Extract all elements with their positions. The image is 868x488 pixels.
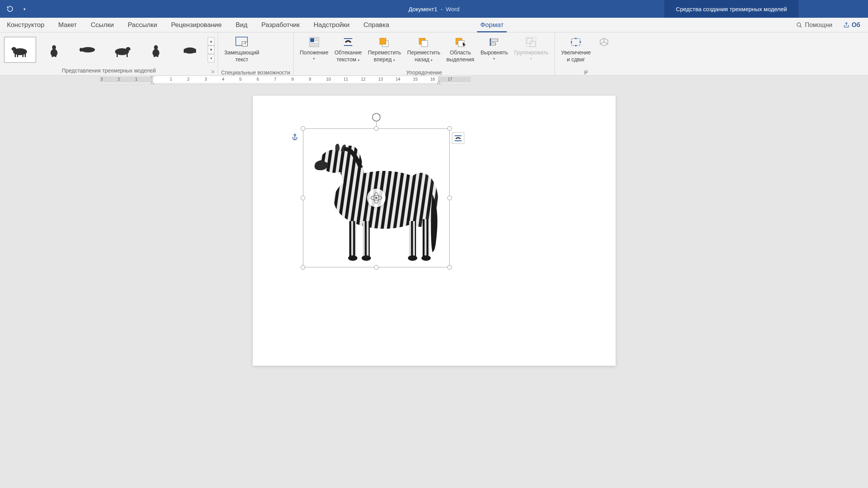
svg-rect-3 xyxy=(17,54,18,57)
view-thumb-1[interactable] xyxy=(4,37,36,63)
svg-point-12 xyxy=(81,47,95,52)
indent-marker-bottom[interactable]: △ xyxy=(151,79,154,84)
anchor-icon[interactable] xyxy=(291,133,298,140)
group-label-accessibility: Специальные возможности xyxy=(218,69,293,76)
svg-rect-26 xyxy=(242,42,247,46)
gallery-more-button[interactable]: ▾ xyxy=(208,54,215,62)
rotate-handle[interactable] xyxy=(371,112,381,122)
svg-point-71 xyxy=(375,197,377,199)
svg-rect-47 xyxy=(526,37,536,47)
view-thumb-4[interactable] xyxy=(106,37,138,63)
app-name: Word xyxy=(446,6,460,12)
svg-rect-10 xyxy=(52,55,53,57)
ruler-tick: 10 xyxy=(326,77,331,81)
tab-layout[interactable]: Макет xyxy=(51,18,84,32)
ruler-tick: 5 xyxy=(239,77,242,81)
ruler-tick: 15 xyxy=(413,77,418,81)
gallery-up-button[interactable]: ▲ xyxy=(208,37,215,46)
svg-rect-43 xyxy=(491,39,498,41)
svg-rect-5 xyxy=(25,54,26,57)
tab-designer[interactable]: Конструктор xyxy=(0,18,51,32)
svg-rect-64 xyxy=(423,219,430,258)
pan-zoom-icon xyxy=(569,36,583,48)
svg-point-13 xyxy=(80,48,83,52)
svg-point-8 xyxy=(51,49,58,57)
ruler-tick: 11 xyxy=(343,77,348,81)
view-thumb-5[interactable] xyxy=(140,37,172,63)
share-button[interactable]: Об xyxy=(839,22,864,29)
svg-rect-39 xyxy=(421,41,428,47)
qat-customize-icon[interactable]: ▾ xyxy=(20,5,29,13)
svg-rect-7 xyxy=(12,48,14,49)
tab-view[interactable]: Вид xyxy=(229,18,255,32)
reset-3d-button[interactable] xyxy=(594,34,614,67)
resize-handle-tl[interactable] xyxy=(301,126,305,131)
ruler-tick: 2 xyxy=(118,77,120,81)
tab-help[interactable]: Справка xyxy=(357,18,396,32)
svg-rect-11 xyxy=(55,55,56,57)
3d-object-selection[interactable] xyxy=(303,128,450,267)
group-launcher-3d-views[interactable]: ⇲ xyxy=(211,69,216,74)
view-thumb-3[interactable] xyxy=(72,37,104,63)
group-label-arrange: Упорядочение xyxy=(294,69,555,76)
send-backward-button[interactable]: Переместить назад ▾ xyxy=(404,34,443,67)
bring-forward-icon xyxy=(377,36,391,48)
position-button[interactable]: Положение ▾ xyxy=(297,34,332,67)
svg-point-19 xyxy=(154,45,158,50)
gallery-spinner: ▲ ▼ ▾ xyxy=(208,37,215,62)
resize-handle-tr[interactable] xyxy=(447,126,452,131)
resize-handle-bl[interactable] xyxy=(301,265,305,270)
view-thumb-2[interactable] xyxy=(38,37,70,63)
svg-point-65 xyxy=(348,255,357,261)
wrap-text-button[interactable]: Обтекание текстом ▾ xyxy=(332,34,365,67)
svg-rect-23 xyxy=(184,49,185,53)
ruler-tick: 1 xyxy=(170,77,172,81)
3d-views-gallery[interactable]: ▲ ▼ ▾ xyxy=(3,37,215,63)
svg-point-68 xyxy=(421,255,431,261)
tab-format[interactable]: Формат xyxy=(473,18,510,32)
tab-developer[interactable]: Разработчик xyxy=(254,18,306,32)
group-icon xyxy=(525,36,538,48)
3d-rotate-handle[interactable] xyxy=(367,189,386,207)
reset-3d-icon xyxy=(597,36,611,48)
document-area[interactable] xyxy=(0,84,868,488)
refresh-icon[interactable] xyxy=(6,5,14,13)
svg-point-18 xyxy=(152,49,159,57)
ribbon-tabs: Конструктор Макет Ссылки Рассылки Реценз… xyxy=(0,18,868,32)
ruler-tick: 2 xyxy=(187,77,190,81)
group-arrange: Положение ▾ Обтекание текстом ▾ Переме xyxy=(294,32,555,75)
resize-handle-mr[interactable] xyxy=(447,196,452,200)
svg-point-67 xyxy=(408,255,417,261)
resize-handle-tc[interactable] xyxy=(374,126,379,131)
layout-options-button[interactable] xyxy=(452,132,464,144)
document-page[interactable] xyxy=(253,96,616,366)
svg-point-53 xyxy=(372,113,380,121)
selection-pane-button[interactable]: Область выделения xyxy=(443,34,477,67)
tab-review[interactable]: Рецензирование xyxy=(164,18,228,32)
horizontal-ruler[interactable]: ▽ △ △ 3211234567891011121314151617 xyxy=(100,76,471,84)
resize-handle-bc[interactable] xyxy=(374,265,379,270)
svg-rect-20 xyxy=(154,55,155,57)
svg-point-66 xyxy=(362,255,371,261)
gallery-down-button[interactable]: ▼ xyxy=(208,46,215,54)
tab-mailings[interactable]: Рассылки xyxy=(121,18,164,32)
resize-handle-br[interactable] xyxy=(447,265,452,270)
alt-text-button[interactable]: Замещающий текст xyxy=(221,34,262,67)
contextual-tab-title: Средства создания трехмерных моделей xyxy=(664,0,799,18)
align-icon xyxy=(487,36,501,48)
tab-references[interactable]: Ссылки xyxy=(84,18,121,32)
view-thumb-6[interactable] xyxy=(174,37,206,63)
ruler-tick: 7 xyxy=(274,77,276,81)
alt-text-icon xyxy=(235,36,249,48)
align-button[interactable]: Выровнять ▾ xyxy=(477,34,511,67)
bring-forward-button[interactable]: Переместить вперед ▾ xyxy=(365,34,404,67)
ruler-tick: 16 xyxy=(430,77,435,81)
resize-handle-ml[interactable] xyxy=(301,196,305,200)
svg-point-27 xyxy=(245,42,246,44)
tab-addins[interactable]: Надстройки xyxy=(306,18,356,32)
svg-rect-15 xyxy=(117,54,118,57)
right-indent-marker[interactable]: △ xyxy=(437,79,440,84)
tell-me-search[interactable]: Помощни xyxy=(792,22,836,29)
group-3d-views: ▲ ▼ ▾ Представления трехмерных моделей ⇲ xyxy=(0,32,218,75)
pan-zoom-button[interactable]: Увеличение и сдвиг xyxy=(558,34,594,67)
